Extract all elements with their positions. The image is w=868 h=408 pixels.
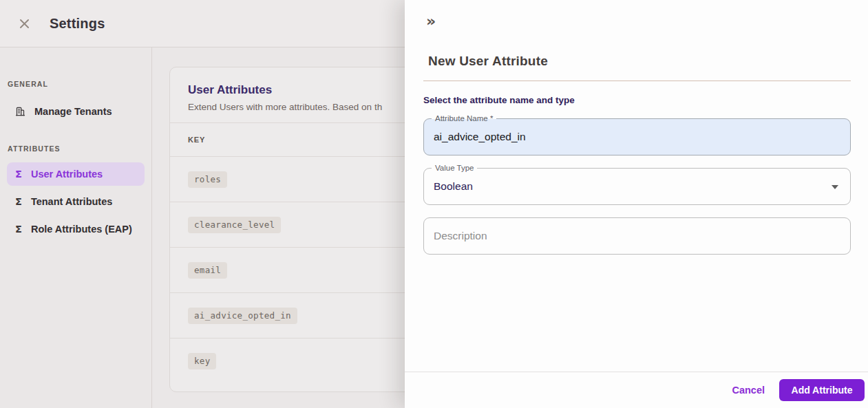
description-input[interactable] [424, 218, 850, 254]
double-chevron-right-icon: » [426, 12, 436, 30]
value-type-label: Value Type [432, 164, 477, 173]
sidebar-item-manage-tenants[interactable]: Manage Tenants [7, 100, 145, 123]
new-attribute-drawer: » New User Attribute Select the attribut… [405, 0, 868, 408]
settings-sidebar: GENERAL Manage Tenants ATTRIBUTES Σ User… [0, 47, 152, 408]
sidebar-item-role-attributes[interactable]: Σ Role Attributes (EAP) [7, 217, 145, 241]
value-type-selected-value: Boolean [424, 169, 850, 204]
attribute-name-input[interactable] [424, 119, 850, 155]
building-icon [15, 106, 25, 117]
sigma-icon: Σ [15, 224, 22, 235]
sidebar-section-attributes: ATTRIBUTES [7, 144, 145, 153]
close-icon [18, 17, 31, 30]
close-button[interactable] [17, 16, 32, 31]
attribute-name-label: Attribute Name * [432, 114, 496, 123]
sidebar-item-label: Manage Tenants [34, 106, 112, 117]
attribute-key-chip: key [188, 353, 216, 369]
sidebar-item-label: User Attributes [31, 169, 103, 180]
drawer-footer: Cancel Add Attribute [405, 372, 868, 408]
page-title: Settings [50, 16, 105, 32]
sidebar-item-tenant-attributes[interactable]: Σ Tenant Attributes [7, 190, 145, 213]
collapse-drawer-button[interactable]: » [426, 13, 436, 30]
attribute-key-chip: email [188, 262, 227, 279]
chevron-down-icon [832, 185, 838, 189]
add-attribute-button[interactable]: Add Attribute [779, 379, 865, 401]
sidebar-item-user-attributes[interactable]: Σ User Attributes [7, 162, 145, 186]
value-type-field[interactable]: Value Type Boolean [423, 168, 851, 205]
attribute-key-chip: roles [188, 171, 227, 188]
attribute-name-field: Attribute Name * [423, 118, 851, 155]
column-header-key: KEY [188, 136, 205, 144]
attribute-key-chip: ai_advice_opted_in [188, 308, 297, 324]
sigma-icon: Σ [15, 169, 22, 180]
drawer-title: New User Attribute [428, 54, 548, 69]
sidebar-section-general: GENERAL [7, 80, 145, 88]
sidebar-item-label: Tenant Attributes [31, 196, 112, 207]
description-field [423, 217, 851, 255]
drawer-title-divider [423, 80, 851, 81]
attribute-key-chip: clearance_level [188, 217, 281, 233]
sigma-icon: Σ [15, 197, 22, 207]
cancel-button[interactable]: Cancel [732, 385, 765, 396]
sidebar-item-label: Role Attributes (EAP) [31, 224, 132, 235]
form-section-label: Select the attribute name and type [423, 95, 575, 105]
